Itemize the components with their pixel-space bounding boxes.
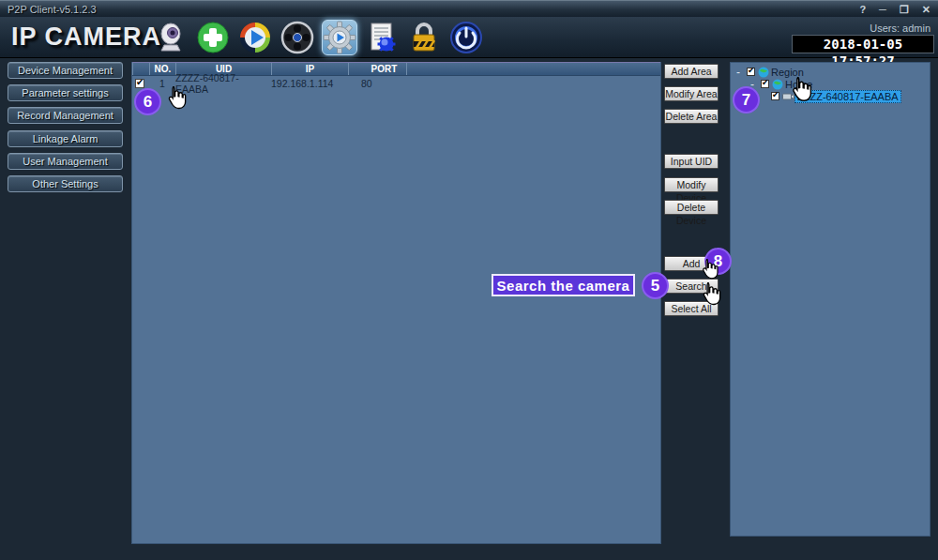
step-badge-7: 7 <box>733 86 760 114</box>
delete-area-button[interactable]: Delete Area <box>664 109 719 124</box>
modify-area-button[interactable]: Modify Area <box>664 86 719 101</box>
modify-device-button[interactable]: Modify Device <box>664 177 719 192</box>
minimize-button[interactable]: ─ <box>879 2 886 17</box>
step-badge-6: 6 <box>134 88 161 115</box>
add-device-icon[interactable] <box>195 20 231 55</box>
app-logo: IP CAMERA <box>11 23 161 52</box>
device-table: NO. UID IP PORT 1 ZZZZ-640817-EAABA 192.… <box>131 62 661 544</box>
datetime-clock: 2018-01-05 17:57:27 <box>792 35 934 53</box>
window-title: P2P Client-v5.1.2.3 <box>8 4 97 15</box>
hand-cursor <box>698 281 723 307</box>
globe-icon <box>758 67 769 78</box>
table-row[interactable]: 1 ZZZZ-640817-EAABA 192.168.1.114 80 <box>132 76 660 91</box>
col-no[interactable]: NO. <box>149 63 175 75</box>
sidebar-item-record-management[interactable]: Record Management <box>8 107 123 124</box>
row-port: 80 <box>348 78 406 89</box>
col-ip[interactable]: IP <box>271 63 348 75</box>
tree-checkbox[interactable] <box>771 92 779 100</box>
main-toolbar: IP CAMERA <box>0 17 938 58</box>
search-camera-callout: Search the camera <box>492 274 635 296</box>
media-player-icon[interactable] <box>237 20 273 55</box>
sidebar-item-user-management[interactable]: User Management <box>8 153 123 170</box>
tree-checkbox[interactable] <box>761 80 769 88</box>
users-label: Users: admin <box>870 23 930 34</box>
sidebar-item-parameter-settings[interactable]: Parameter settings <box>8 84 123 101</box>
help-button[interactable]: ? <box>859 2 866 17</box>
row-ip: 192.168.1.114 <box>271 78 348 89</box>
hand-cursor <box>698 258 720 280</box>
sidebar-item-device-management[interactable]: Device Management <box>8 62 123 79</box>
add-area-button[interactable]: Add Area <box>664 64 719 79</box>
hand-cursor <box>787 76 814 103</box>
record-reel-icon[interactable] <box>280 20 315 55</box>
window-controls: ? ─ ❐ ✕ <box>859 2 930 17</box>
globe-icon <box>772 79 783 90</box>
row-uid: ZZZZ-640817-EAABA <box>175 72 271 95</box>
sidebar-item-other-settings[interactable]: Other Settings <box>8 175 123 192</box>
row-checkbox[interactable] <box>135 79 144 88</box>
device-log-icon[interactable] <box>364 20 400 55</box>
maximize-button[interactable]: ❐ <box>900 2 909 17</box>
region-tree: - Region - Home ZZZZ-640817-EAABA <box>730 62 930 537</box>
close-button[interactable]: ✕ <box>922 2 930 17</box>
lock-icon[interactable] <box>406 20 442 55</box>
input-uid-button[interactable]: Input UID <box>664 154 719 169</box>
settings-gear-icon[interactable] <box>322 20 357 55</box>
power-icon[interactable] <box>448 20 484 55</box>
tree-checkbox[interactable] <box>747 68 755 76</box>
toolbar-icons <box>153 19 484 56</box>
collapse-icon[interactable]: - <box>736 68 744 77</box>
delete-device-button[interactable]: Delete Device <box>664 200 719 215</box>
step-badge-5: 5 <box>642 272 669 299</box>
col-port[interactable]: PORT <box>348 63 406 75</box>
webcam-icon[interactable] <box>153 20 189 55</box>
sidebar-item-linkage-alarm[interactable]: Linkage Alarm <box>8 130 123 147</box>
title-bar: P2P Client-v5.1.2.3 ? ─ ❐ ✕ <box>0 0 938 17</box>
hand-cursor <box>163 85 189 111</box>
